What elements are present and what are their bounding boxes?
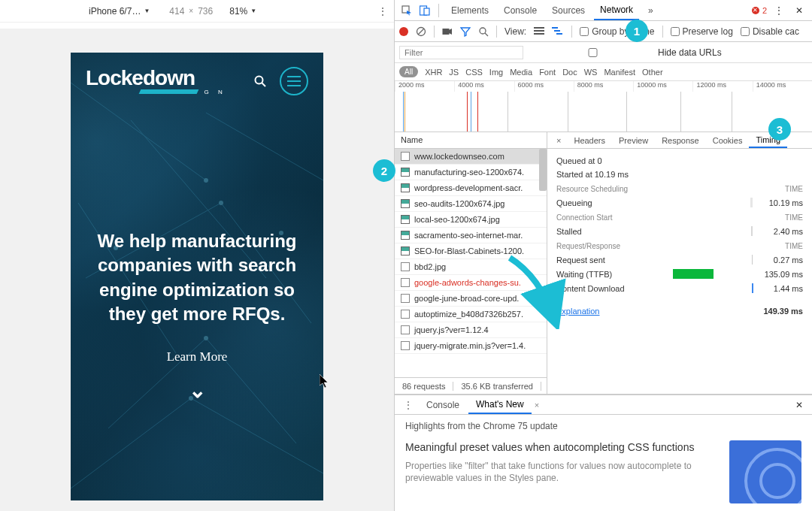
request-name: manufacturing-seo-1200x674. <box>414 168 524 177</box>
svg-point-24 <box>480 28 486 34</box>
svg-rect-27 <box>534 30 544 32</box>
queued-at: Queued at 0 <box>556 156 803 165</box>
tick: 12000 ms <box>692 81 752 92</box>
request-row[interactable]: local-seo-1200x674.jpg <box>395 212 547 228</box>
drawer-tab-console[interactable]: Console <box>419 397 467 413</box>
requests-header[interactable]: Name <box>395 132 547 149</box>
drawer: ⋮ Console What's New × ✕ Highlights from… <box>395 395 812 511</box>
filter-ws[interactable]: WS <box>584 68 598 77</box>
site-logo[interactable]: Lockedown D E S I G N <box>86 66 226 95</box>
drawer-tab-whatsnew[interactable]: What's New <box>468 396 532 414</box>
img-file-icon <box>401 231 410 240</box>
request-row[interactable]: manufacturing-seo-1200x674. <box>395 165 547 180</box>
svg-line-22 <box>418 29 424 35</box>
close-devtools[interactable]: ✕ <box>791 5 807 16</box>
hide-data-urls-checkbox[interactable]: Hide data URLs <box>531 47 722 58</box>
device-toggle-icon[interactable] <box>417 3 432 18</box>
img-file-icon <box>401 199 410 208</box>
filter-js[interactable]: JS <box>449 68 459 77</box>
filter-input[interactable] <box>399 46 523 59</box>
learn-more-link[interactable]: Learn More <box>92 349 302 364</box>
filter-img[interactable]: Img <box>489 68 503 77</box>
close-drawer[interactable]: ✕ <box>791 400 807 410</box>
filter-font[interactable]: Font <box>539 68 556 77</box>
view-label: View: <box>504 26 526 37</box>
whatsnew-card[interactable]: Meaningful preset values when autocomple… <box>405 440 801 503</box>
tabs-overflow[interactable]: » <box>642 2 659 20</box>
filter-manifest[interactable]: Manifest <box>604 68 635 77</box>
annotation-bubble-3: 3 <box>768 118 791 141</box>
tab-elements[interactable]: Elements <box>445 2 495 20</box>
close-whatsnew-tab[interactable]: × <box>533 401 539 410</box>
error-indicator[interactable]: ✕2 <box>752 6 767 15</box>
camera-icon[interactable] <box>442 27 453 36</box>
waterfall-overview[interactable]: 2000 ms 4000 ms 6000 ms 8000 ms 10000 ms… <box>395 81 812 132</box>
request-row[interactable]: www.lockedownseo.com <box>395 149 547 165</box>
img-file-icon <box>401 215 410 224</box>
request-name: www.lockedownseo.com <box>414 152 504 161</box>
request-row[interactable]: sacramento-seo-internet-mar. <box>395 228 547 243</box>
card-thumbnail <box>729 440 801 503</box>
network-toolbar: View: Group by frame Preserve log Disabl… <box>395 21 812 42</box>
request-name: local-seo-1200x674.jpg <box>414 215 500 224</box>
inspect-icon[interactable] <box>399 3 414 18</box>
preserve-log-checkbox[interactable]: Preserve log <box>671 26 733 37</box>
filter-doc[interactable]: Doc <box>562 68 577 77</box>
tick: 14000 ms <box>753 81 812 92</box>
tick: 6000 ms <box>514 81 574 92</box>
filter-other[interactable]: Other <box>642 68 663 77</box>
filter-all[interactable]: All <box>399 66 418 77</box>
disable-cache-checkbox[interactable]: Disable cac <box>741 26 799 37</box>
dimensions[interactable]: 414 × 736 <box>169 6 213 17</box>
chevron-down-icon: ▼ <box>144 8 150 14</box>
doc-file-icon <box>401 152 410 161</box>
svg-line-7 <box>191 398 323 473</box>
tab-sources[interactable]: Sources <box>546 2 591 20</box>
device-select[interactable]: iPhone 6/7… ▼ <box>6 6 150 17</box>
hero-headline: We help manufacturing companies with sea… <box>92 229 302 327</box>
search-icon[interactable] <box>254 75 266 87</box>
tab-network[interactable]: Network <box>594 1 639 20</box>
close-detail[interactable]: × <box>550 136 567 145</box>
detail-panel: × Headers Preview Response Cookies Timin… <box>547 132 812 394</box>
record-button[interactable] <box>399 27 408 36</box>
chevron-down-icon[interactable]: ⌄ <box>92 378 302 403</box>
request-row[interactable]: wordpress-development-sacr. <box>395 180 547 196</box>
chevron-down-icon: ▼ <box>250 8 256 14</box>
detail-tab-cookies[interactable]: Cookies <box>706 134 750 147</box>
svg-rect-20 <box>424 8 429 15</box>
doc-file-icon <box>401 294 410 303</box>
kebab-menu[interactable]: ⋮ <box>770 5 788 16</box>
kebab-menu[interactable]: ⋮ <box>377 5 388 17</box>
filter-icon[interactable] <box>460 26 471 37</box>
zoom-select[interactable]: 81% ▼ <box>219 6 256 17</box>
detail-tab-preview[interactable]: Preview <box>612 134 655 147</box>
clear-icon[interactable] <box>416 26 426 37</box>
hamburger-menu[interactable] <box>280 67 308 95</box>
preview-area: Lockedown D E S I G N We help manufactur… <box>0 23 394 511</box>
search-icon[interactable] <box>478 26 489 37</box>
waterfall-view-icon[interactable] <box>552 27 564 36</box>
svg-rect-28 <box>534 33 544 35</box>
filter-xhr[interactable]: XHR <box>425 68 442 77</box>
request-name: sacramento-seo-internet-mar. <box>414 231 523 240</box>
device-frame: Lockedown D E S I G N We help manufactur… <box>71 53 323 500</box>
request-count: 86 requests <box>395 382 453 391</box>
request-row[interactable]: seo-audits-1200x674.jpg <box>395 196 547 212</box>
filter-media[interactable]: Media <box>510 68 532 77</box>
svg-rect-29 <box>552 27 558 29</box>
js-file-icon <box>401 325 410 334</box>
drawer-kebab[interactable]: ⋮ <box>399 400 417 410</box>
detail-tab-response[interactable]: Response <box>655 134 706 147</box>
scrollbar[interactable] <box>539 149 547 191</box>
tab-console[interactable]: Console <box>498 2 543 20</box>
devtools-tabbar: Elements Console Sources Network » ✕2 ⋮ … <box>395 0 812 21</box>
request-name: jquery-migrate.min.js?ver=1.4. <box>414 341 526 350</box>
img-file-icon <box>401 183 410 192</box>
detail-tab-headers[interactable]: Headers <box>567 134 612 147</box>
request-row[interactable]: jquery-migrate.min.js?ver=1.4. <box>395 338 547 354</box>
doc-file-icon <box>401 262 410 271</box>
filter-css[interactable]: CSS <box>465 68 483 77</box>
large-rows-icon[interactable] <box>534 27 544 36</box>
svg-line-6 <box>71 398 191 488</box>
